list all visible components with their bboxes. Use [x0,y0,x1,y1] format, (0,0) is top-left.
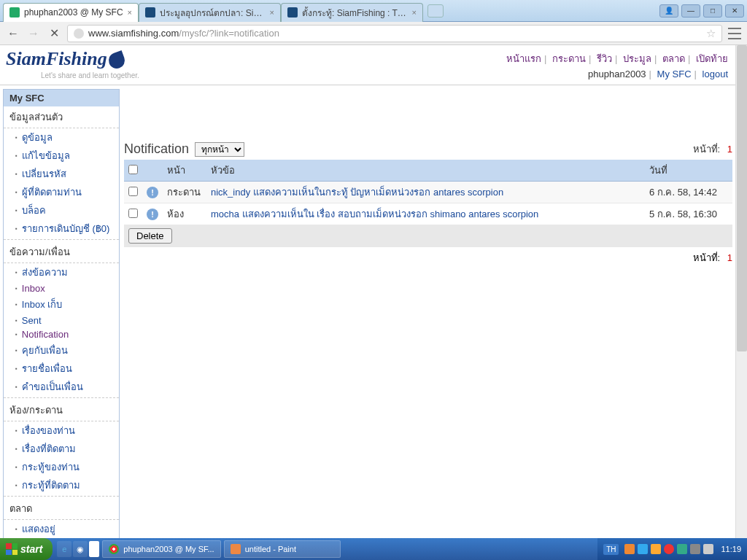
clock[interactable]: 11:19 [721,545,741,553]
close-icon[interactable]: × [412,8,417,17]
sidebar-item-your-stories[interactable]: เรื่องของท่าน [4,421,119,440]
tray-icon[interactable] [703,544,713,554]
tray-icon[interactable] [690,544,700,554]
windows-icon [6,543,18,555]
maximize-button[interactable]: □ [703,4,722,18]
sidebar-item-view[interactable]: ดูข้อมูล [4,128,119,147]
sidebar: My SFC ข้อมูลส่วนตัว ดูข้อมูล แก้ไขข้อมู… [3,89,120,560]
delete-button[interactable]: Delete [128,228,172,244]
sidebar-item-followers[interactable]: ผู้ที่ติดตามท่าน [4,183,119,201]
scrollbar-thumb[interactable] [737,45,747,351]
forward-button[interactable]: → [26,26,41,41]
sidebar-item-followed-threads[interactable]: กระทู้ที่ติดตาม [4,476,119,494]
row-page: กระดาน [163,182,206,203]
taskbar-item-paint[interactable]: untitled - Paint [224,540,341,558]
url-text: www.siamfishing.com/mysfc/?link=notifica… [88,28,706,39]
logout-link[interactable]: logout [703,69,728,79]
sidebar-title: My SFC [4,90,119,106]
tray-icon[interactable] [624,544,635,554]
taskbar: start e ◉ phuphan2003 @ My SF... untitle… [0,538,747,560]
user-nav: phuphan2003| My SFC| logout [588,69,728,79]
nav-home[interactable]: หน้าแรก [506,53,541,64]
my-sfc-link[interactable]: My SFC [657,69,692,79]
nav-open[interactable]: เปิดท้าย [696,53,728,64]
browser-tab[interactable]: ประมูลอุปกรณ์ตกปลา: SiamFi × [139,3,281,22]
stop-button[interactable]: ✕ [47,26,61,41]
chrome-icon [109,544,119,554]
sidebar-item-showing[interactable]: แสดงอยู่ [4,520,119,538]
close-icon[interactable]: × [128,8,132,17]
nav-board[interactable]: กระดาน [552,53,586,64]
select-all-checkbox[interactable] [128,165,138,174]
site-logo[interactable]: SiamFishing [6,48,125,70]
sidebar-item-your-threads[interactable]: กระทู้ของท่าน [4,458,119,476]
sidebar-item-friends[interactable]: รายชื่อเพื่อน [4,359,119,378]
new-tab-button[interactable] [427,4,444,18]
bookmark-star-icon[interactable]: ☆ [706,27,716,40]
page-number-bottom: 1 [727,252,732,263]
sidebar-section-rooms: ห้อง/กระดาน [4,400,119,421]
sidebar-item-password[interactable]: เปลี่ยนรหัส [4,165,119,183]
sidebar-item-send[interactable]: ส่งข้อความ [4,263,119,281]
close-icon[interactable]: × [270,8,274,17]
scrollbar[interactable] [735,45,747,544]
tab-title: ประมูลอุปกรณ์ตกปลา: SiamFi [160,6,266,20]
tab-title: ตั้งกระทู้: SiamFishing : Thaila [302,6,408,20]
sidebar-item-inbox[interactable]: Inbox [4,281,119,295]
info-icon: ! [147,209,158,220]
browser-tab-active[interactable]: phuphan2003 @ My SFC × [3,3,139,22]
minimize-button[interactable]: — [681,4,700,18]
tray-icon[interactable] [677,544,687,554]
sidebar-item-edit[interactable]: แก้ไขข้อมูล [4,147,119,165]
tray-icon[interactable] [664,544,674,554]
back-button[interactable]: ← [6,26,20,41]
globe-icon [74,28,84,39]
paint-icon [231,544,241,554]
favicon-icon [145,7,155,18]
favicon-icon [9,7,20,18]
page-label: หน้าที่: [693,144,721,155]
row-subject-link[interactable]: mocha แสดงความเห็นใน เรื่อง สอบถามเม็ดหน… [211,209,538,219]
menu-icon[interactable] [728,28,741,39]
sidebar-item-notification[interactable]: Notification [4,327,119,341]
nav-auction[interactable]: ประมูล [623,53,651,64]
browser-tab[interactable]: ตั้งกระทู้: SiamFishing : Thaila × [281,3,423,22]
tray-icon[interactable] [651,544,661,554]
sidebar-item-followed-stories[interactable]: เรื่องที่ติดตาม [4,440,119,458]
sidebar-item-block[interactable]: บล็อค [4,201,119,219]
row-subject-link[interactable]: nick_indy แสดงความเห็นในกระทู้ ปัญหาเม็ด… [211,187,503,198]
nav-review[interactable]: รีวิว [597,53,612,64]
page-number: 1 [727,144,732,155]
page-content: SiamFishing Let's share and learn togeth… [0,45,747,544]
user-icon[interactable]: 👤 [659,4,678,18]
filter-select[interactable]: ทุกหน้า [195,142,244,157]
close-window-button[interactable]: ✕ [725,4,744,18]
site-header: SiamFishing Let's share and learn togeth… [0,45,735,88]
sidebar-item-transactions[interactable]: รายการเดินบัญชี (฿0) [4,219,119,238]
row-date: 6 ก.ค. 58, 14:42 [645,182,732,203]
ql-explorer-icon[interactable] [89,541,99,557]
nav-market[interactable]: ตลาด [662,53,685,64]
info-icon: ! [147,187,158,198]
url-bar[interactable]: www.siamfishing.com/mysfc/?link=notifica… [67,25,722,42]
top-nav: หน้าแรก| กระดาน| รีวิว| ประมูล| ตลาด| เป… [506,51,728,66]
sidebar-item-requests[interactable]: คำขอเป็นเพื่อน [4,378,119,396]
table-row: ! ห้อง mocha แสดงความเห็นใน เรื่อง สอบถา… [124,203,732,225]
sidebar-item-sent[interactable]: Sent [4,314,119,327]
ql-chrome-icon[interactable]: ◉ [73,541,88,557]
tray-icon[interactable] [638,544,648,554]
browser-tab-strip: phuphan2003 @ My SFC × ประมูลอุปกรณ์ตกปล… [0,0,747,22]
sidebar-item-inbox-saved[interactable]: Inbox เก็บ [4,295,119,314]
row-checkbox[interactable] [128,187,138,196]
sidebar-section-profile: ข้อมูลส่วนตัว [4,106,119,128]
sidebar-item-chat[interactable]: คุยกับเพื่อน [4,341,119,359]
language-indicator[interactable]: TH [603,544,619,555]
taskbar-item-chrome[interactable]: phuphan2003 @ My SF... [102,540,220,558]
row-checkbox[interactable] [128,209,138,218]
ql-ie-icon[interactable]: e [57,541,71,557]
start-button[interactable]: start [0,538,53,560]
sidebar-section-market: ตลาด [4,498,119,520]
sidebar-section-messages: ข้อความ/เพื่อน [4,241,119,263]
tab-title: phuphan2003 @ My SFC [24,7,123,18]
system-tray: TH 11:19 [597,538,747,560]
